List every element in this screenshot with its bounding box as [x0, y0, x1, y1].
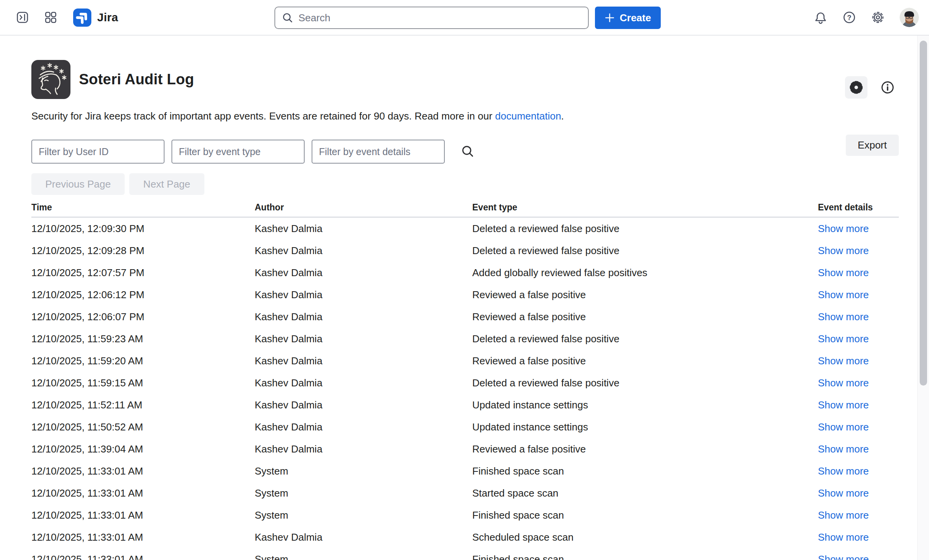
show-more-link[interactable]: Show more — [818, 465, 869, 477]
author-cell: System — [255, 465, 472, 477]
page-description: Security for Jira keeps track of importa… — [31, 109, 899, 123]
user-avatar[interactable] — [900, 8, 919, 27]
table-row: 12/10/2025, 12:09:30 PM Kashev Dalmia De… — [31, 218, 899, 240]
show-more-link[interactable]: Show more — [818, 289, 869, 300]
app-name: Jira — [97, 11, 118, 24]
table-row: 12/10/2025, 11:59:20 AM Kashev Dalmia Re… — [31, 350, 899, 372]
event-type-cell: Updated instance settings — [472, 421, 818, 433]
show-more-link[interactable]: Show more — [818, 553, 869, 560]
time-cell: 12/10/2025, 11:33:01 AM — [31, 465, 255, 477]
jira-home-logo[interactable] — [73, 9, 91, 27]
event-type-cell: Added globally reviewed false positives — [472, 267, 818, 279]
author-cell: System — [255, 487, 472, 499]
info-button[interactable] — [876, 76, 899, 99]
show-more-link[interactable]: Show more — [818, 509, 869, 521]
nav-left-group: Jira — [15, 0, 118, 35]
bell-icon — [814, 10, 828, 24]
gear-filled-icon — [849, 80, 864, 95]
page-title: Soteri Audit Log — [79, 71, 194, 88]
event-type-cell: Finished space scan — [472, 509, 818, 521]
nav-center-group: Create — [274, 7, 661, 29]
time-cell: 12/10/2025, 12:09:30 PM — [31, 223, 255, 235]
show-more-link[interactable]: Show more — [818, 245, 869, 256]
event-type-cell: Reviewed a false positive — [472, 311, 818, 323]
table-row: 12/10/2025, 12:09:28 PM Kashev Dalmia De… — [31, 240, 899, 262]
table-row: 12/10/2025, 11:33:01 AM System Finished … — [31, 460, 899, 482]
help-icon: ? — [842, 10, 856, 24]
page-controls — [845, 76, 899, 99]
show-more-link[interactable]: Show more — [818, 333, 869, 345]
author-cell: Kashev Dalmia — [255, 223, 472, 235]
time-cell: 12/10/2025, 12:06:07 PM — [31, 311, 255, 323]
previous-page-button[interactable]: Previous Page — [31, 173, 125, 195]
author-cell: Kashev Dalmia — [255, 311, 472, 323]
table-row: 12/10/2025, 12:07:57 PM Kashev Dalmia Ad… — [31, 262, 899, 284]
create-button-label: Create — [620, 12, 651, 24]
app-switcher-button[interactable] — [44, 10, 58, 24]
table-row: 12/10/2025, 12:06:07 PM Kashev Dalmia Re… — [31, 306, 899, 328]
show-more-link[interactable]: Show more — [818, 443, 869, 455]
scrollbar-thumb[interactable] — [920, 41, 927, 386]
filter-user-id-input[interactable] — [31, 140, 165, 164]
table-row: 12/10/2025, 11:59:15 AM Kashev Dalmia De… — [31, 372, 899, 394]
export-button[interactable]: Export — [846, 135, 899, 156]
event-type-cell: Finished space scan — [472, 553, 818, 560]
show-more-link[interactable]: Show more — [818, 355, 869, 367]
next-page-button[interactable]: Next Page — [129, 173, 204, 195]
notifications-button[interactable] — [814, 10, 828, 24]
time-cell: 12/10/2025, 11:33:01 AM — [31, 487, 255, 499]
column-header-event-details: Event details — [818, 202, 899, 213]
create-button[interactable]: Create — [595, 7, 661, 29]
event-type-cell: Deleted a reviewed false positive — [472, 333, 818, 345]
time-cell: 12/10/2025, 11:59:20 AM — [31, 355, 255, 367]
time-cell: 12/10/2025, 12:07:57 PM — [31, 267, 255, 279]
show-more-link[interactable]: Show more — [818, 311, 869, 323]
sidebar-toggle-button[interactable] — [15, 10, 29, 24]
show-more-link[interactable]: Show more — [818, 531, 869, 543]
time-cell: 12/10/2025, 11:59:15 AM — [31, 377, 255, 389]
settings-button[interactable] — [871, 10, 885, 24]
table-row: 12/10/2025, 11:50:52 AM Kashev Dalmia Up… — [31, 416, 899, 438]
time-cell: 12/10/2025, 11:33:01 AM — [31, 509, 255, 521]
table-row: 12/10/2025, 11:33:01 AM System Finished … — [31, 504, 899, 526]
help-button[interactable]: ? — [842, 10, 856, 24]
author-cell: Kashev Dalmia — [255, 531, 472, 543]
table-row: 12/10/2025, 11:39:04 AM Kashev Dalmia Re… — [31, 438, 899, 460]
filter-event-details-input[interactable] — [312, 140, 445, 164]
jira-logo-icon — [73, 9, 91, 27]
filter-event-type-input[interactable] — [171, 140, 305, 164]
filter-search-icon — [460, 144, 475, 159]
event-type-cell: Deleted a reviewed false positive — [472, 223, 818, 235]
filter-bar: Export — [31, 140, 899, 164]
author-cell: Kashev Dalmia — [255, 355, 472, 367]
author-cell: Kashev Dalmia — [255, 421, 472, 433]
show-more-link[interactable]: Show more — [818, 223, 869, 234]
event-type-cell: Deleted a reviewed false positive — [472, 377, 818, 389]
column-header-event-type: Event type — [472, 202, 818, 213]
author-cell: Kashev Dalmia — [255, 289, 472, 301]
search-icon — [281, 12, 294, 24]
global-search[interactable] — [274, 7, 589, 29]
table-row: 12/10/2025, 11:59:23 AM Kashev Dalmia De… — [31, 328, 899, 350]
author-cell: System — [255, 553, 472, 560]
show-more-link[interactable]: Show more — [818, 421, 869, 433]
description-period: . — [561, 110, 564, 122]
show-more-link[interactable]: Show more — [818, 267, 869, 278]
main-content: Soteri Audit Log Security for Jira keeps… — [0, 60, 917, 560]
apply-filters-button[interactable] — [460, 144, 475, 159]
event-type-cell: Finished space scan — [472, 465, 818, 477]
show-more-link[interactable]: Show more — [818, 377, 869, 389]
show-more-link[interactable]: Show more — [818, 399, 869, 411]
show-more-link[interactable]: Show more — [818, 487, 869, 499]
audit-settings-button[interactable] — [845, 76, 867, 99]
documentation-link[interactable]: documentation — [495, 110, 561, 122]
global-search-input[interactable] — [298, 12, 582, 24]
event-type-cell: Started space scan — [472, 487, 818, 499]
info-icon — [880, 80, 895, 95]
plus-icon — [605, 13, 615, 23]
column-header-time: Time — [31, 202, 255, 213]
table-header-row: Time Author Event type Event details — [31, 202, 899, 218]
table-row: 12/10/2025, 11:33:01 AM System Started s… — [31, 482, 899, 504]
time-cell: 12/10/2025, 11:33:01 AM — [31, 553, 255, 560]
description-text: Security for Jira keeps track of importa… — [31, 110, 495, 122]
